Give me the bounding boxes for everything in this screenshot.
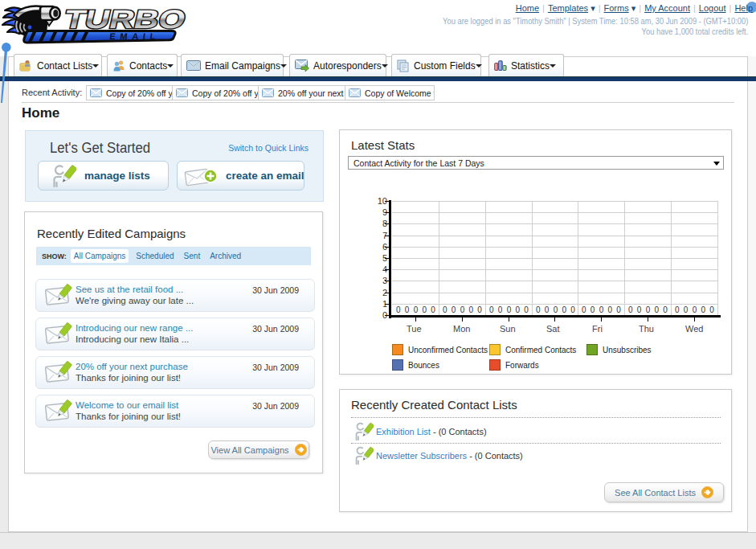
svg-text:EMAIL: EMAIL	[109, 31, 161, 41]
svg-text:TURBO: TURBO	[61, 5, 186, 34]
